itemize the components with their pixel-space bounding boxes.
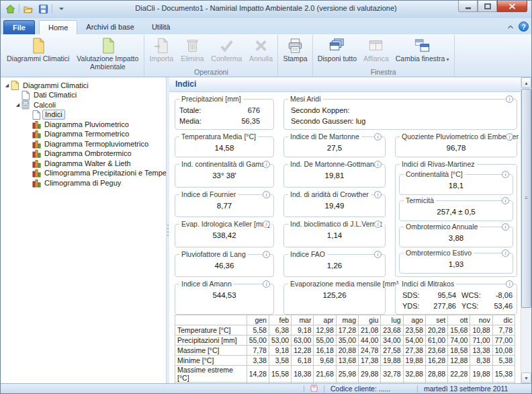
tree-item-diagramma-pluviometrico[interactable]: Diagramma Pluviometrico	[1, 120, 166, 130]
info-icon[interactable]: i	[506, 95, 513, 103]
help-icon[interactable]: ?	[519, 22, 529, 32]
table-cell: 23,58	[403, 325, 425, 336]
cambia-finestra-button[interactable]: Cambia finestra ▾	[392, 35, 453, 68]
bar-chart-icon	[32, 140, 42, 149]
info-icon[interactable]: i	[263, 280, 270, 288]
ribbon-group-operazioni: ImportaEliminaConfermaAnnullaOperazioni	[144, 35, 278, 77]
tree-item-calcoli[interactable]: ◢Calcoli	[1, 100, 166, 110]
month-column-header: ago	[403, 315, 425, 325]
tab-archivi-di-base[interactable]: Archivi di base	[77, 20, 143, 34]
table-cell: 55,00	[247, 336, 269, 346]
table-cell: 6,38	[269, 325, 291, 336]
info-icon[interactable]: i	[263, 251, 270, 258]
scrollbar-thumb[interactable]: ≡	[521, 89, 531, 308]
ribbon-collapse-icon[interactable]	[507, 23, 514, 31]
tab-home[interactable]: Home	[39, 20, 77, 34]
box-label: Ombrotermico Annuale	[404, 223, 480, 231]
box-value: 96,78	[400, 143, 513, 154]
monthly-data-table: genfebmaraprmaggiulugagosetottnovdicTemp…	[175, 315, 515, 393]
scroll-down-icon[interactable]: ▼	[521, 372, 531, 383]
table-cell: 6,18	[292, 356, 314, 366]
tree-item-diagramma-ombrotermico[interactable]: Diagramma Ombrotermico	[1, 149, 166, 159]
bar-chart-icon	[32, 179, 42, 188]
table-cell: 9,18	[269, 346, 291, 356]
calculator-icon	[21, 100, 32, 110]
title-bar: DiaCli - Documento1 - Namirial Impatto A…	[1, 1, 531, 18]
tree-item-label: Diagramma Pluviometrico	[42, 120, 131, 129]
keller-box: Evap. Idrologica Keller [mm] i 538,42	[175, 224, 274, 247]
lang-box: Pluviofattore di Lang i 46,36	[175, 254, 274, 278]
ribbon-button-label: Diagrammi Climatici	[7, 55, 69, 63]
tab-file[interactable]: File	[3, 20, 35, 34]
scroll-up-icon[interactable]: ▲	[521, 77, 531, 88]
month-column-header: mag	[336, 315, 358, 325]
table-cell: 19,88	[381, 356, 403, 366]
stampa-button[interactable]: Stampa	[279, 35, 310, 68]
table-cell: 27,38	[403, 346, 425, 356]
tab-utilita[interactable]: Utilità	[143, 20, 179, 34]
box-label: Mesi Aridi	[288, 95, 323, 103]
bar-chart-icon	[32, 169, 42, 178]
table-cell: 21,68	[314, 366, 336, 383]
gams-box: Ind. continentalità di Gams i 33° 38'	[175, 164, 274, 188]
info-icon[interactable]: i	[502, 171, 509, 178]
info-icon[interactable]: i	[502, 223, 509, 231]
info-icon[interactable]: i	[374, 221, 382, 228]
de-martonne-box: Indice di De Martonne i 27,5	[283, 136, 386, 157]
info-icon[interactable]: i	[502, 249, 509, 257]
tree-item-diagramma-walter-lieth[interactable]: Diagramma Walter & Lieth	[1, 159, 166, 169]
tree-item-indici[interactable]: Indici	[1, 110, 166, 120]
info-icon[interactable]: i	[506, 280, 513, 288]
tree-item-diagramma-termometrico[interactable]: Diagramma Termometrico	[1, 130, 166, 140]
info-icon[interactable]: i	[374, 161, 382, 168]
diagrammi-climatici-button[interactable]: Diagrammi Climatici	[3, 35, 73, 71]
rivas-continentalita-box: Continentalità [°C] i 18,1	[399, 174, 513, 195]
box-label: Ind. di aridità di Crowther	[288, 190, 371, 198]
table-row-label: Massime estreme [°C]	[175, 366, 247, 383]
bar-chart-icon	[32, 130, 42, 139]
tree-expander-icon[interactable]: ◢	[3, 83, 11, 88]
tree-item-label: Indici	[42, 110, 65, 120]
table-corner-cell	[175, 315, 247, 325]
info-icon[interactable]: i	[374, 133, 382, 141]
minimize-button[interactable]	[458, 1, 478, 12]
vertical-scrollbar[interactable]: ▲ ≡ ▼	[521, 77, 531, 383]
table-cell: 44,00	[359, 336, 381, 346]
table-cell: 15,68	[448, 325, 470, 336]
disponi-tutto-button[interactable]: Disponi tutto	[314, 35, 360, 68]
info-icon[interactable]: i	[263, 191, 270, 198]
info-icon[interactable]: i	[263, 221, 270, 228]
precipitazioni-box: Precipitazioni [mm] Totale:676 Media:56,…	[175, 99, 274, 130]
box-value: 33° 38'	[179, 170, 269, 182]
tree-expander-icon[interactable]: ◢	[14, 102, 21, 108]
tree-item-dati-climatici[interactable]: Dati Climatici	[1, 91, 166, 101]
table-cell: 22,28	[448, 366, 470, 383]
info-icon[interactable]: i	[374, 191, 382, 198]
navigation-tree: ◢Diagrammi ClimaticiDati Climatici◢Calco…	[1, 77, 167, 383]
table-cell: 54,00	[403, 336, 425, 346]
tree-item-climogramma-precipitazioni-temperature[interactable]: Climogramma Precipitazioni e Temperature	[1, 169, 166, 179]
tree-item-diagrammi-climatici[interactable]: ◢Diagrammi Climatici	[1, 81, 166, 91]
box-label: Temperatura Media [°C]	[179, 132, 258, 141]
tree-item-diagramma-termopluviometrico[interactable]: Diagramma Termopluviometrico	[1, 139, 166, 149]
box-value: 538,42	[179, 230, 269, 241]
tree-item-climogramma-di-peguy[interactable]: Climogramma di Peguy	[1, 178, 166, 188]
table-cell: 16,28	[425, 356, 447, 366]
field-value: 56,35	[218, 116, 260, 126]
close-button[interactable]	[497, 1, 527, 12]
box-label: Precipitazioni [mm]	[179, 95, 243, 103]
info-icon[interactable]: i	[374, 251, 382, 258]
ribbon-group-label: Operazioni	[146, 68, 276, 77]
table-cell: 24,78	[359, 346, 381, 356]
scrollbar-track[interactable]: ≡	[521, 88, 531, 372]
info-icon[interactable]: i	[506, 133, 513, 141]
valutazione-impatto-ambientale-button[interactable]: Valutazione Impatto Ambientale	[73, 35, 142, 71]
info-icon[interactable]: i	[263, 161, 270, 168]
table-cell: 63,00	[292, 336, 314, 346]
bar-chart-icon	[32, 120, 42, 129]
info-icon[interactable]: i	[502, 197, 509, 204]
window-title: DiaCli - Documento1 - Namirial Impatto A…	[1, 4, 531, 12]
maximize-button[interactable]	[478, 1, 497, 12]
table-cell: 16,18	[314, 346, 336, 356]
table-cell: 3,58	[269, 356, 291, 366]
